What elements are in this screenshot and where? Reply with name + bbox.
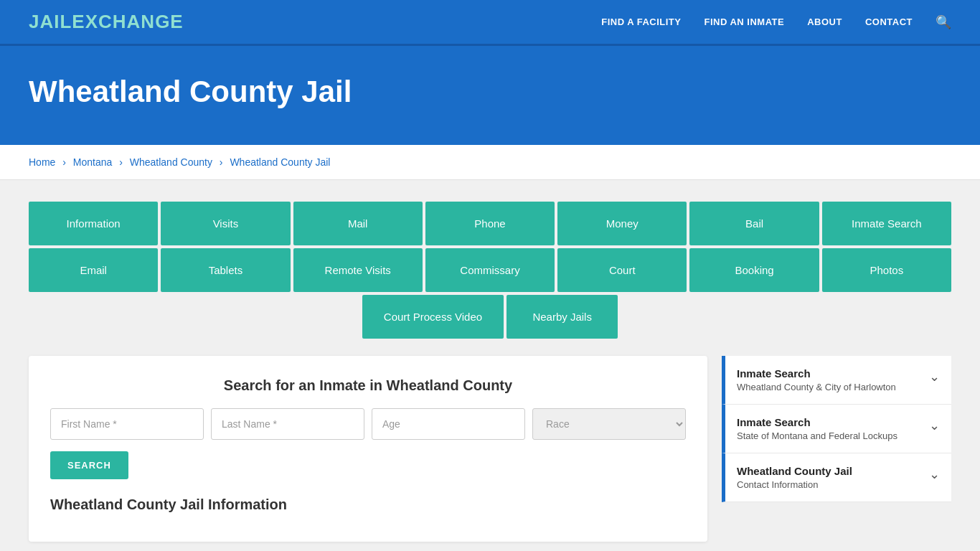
breadcrumb: Home › Montana › Wheatland County › Whea… (0, 145, 980, 180)
search-icon[interactable]: 🔍 (936, 14, 951, 30)
age-input[interactable] (372, 408, 525, 440)
nav-about[interactable]: ABOUT (807, 17, 842, 27)
sidebar-item-1-text: Inmate Search State of Montana and Feder… (737, 416, 897, 441)
sidebar-item-0-title: Inmate Search (737, 367, 896, 380)
btn-phone[interactable]: Phone (425, 202, 555, 245)
race-select[interactable]: Race (532, 408, 686, 440)
chevron-down-icon: ⌄ (929, 418, 940, 433)
breadcrumb-home[interactable]: Home (29, 156, 55, 168)
btn-inmate-search[interactable]: Inmate Search (822, 202, 951, 245)
sidebar: Inmate Search Wheatland County & City of… (722, 356, 951, 542)
chevron-down-icon: ⌄ (929, 466, 940, 482)
first-name-input[interactable] (50, 408, 204, 440)
nav-find-inmate[interactable]: FIND AN INMATE (704, 17, 784, 27)
button-row-1: Information Visits Mail Phone Money Bail… (29, 202, 951, 245)
breadcrumb-wheatland[interactable]: Wheatland County (130, 156, 212, 168)
nav-contact[interactable]: CONTACT (865, 17, 913, 27)
btn-photos[interactable]: Photos (822, 248, 951, 292)
btn-nearby-jails[interactable]: Nearby Jails (507, 295, 618, 339)
chevron-down-icon: ⌄ (929, 369, 940, 385)
sidebar-item-2-sub: Contact Information (737, 479, 852, 490)
last-name-input[interactable] (211, 408, 364, 440)
main-content: Information Visits Mail Phone Money Bail… (0, 180, 980, 551)
sidebar-item-1-title: Inmate Search (737, 416, 897, 428)
sidebar-item-1-sub: State of Montana and Federal Lockups (737, 430, 897, 441)
sidebar-item-2[interactable]: Wheatland County Jail Contact Informatio… (722, 453, 951, 502)
breadcrumb-sep-3: › (220, 156, 226, 168)
sidebar-item-1[interactable]: Inmate Search State of Montana and Feder… (722, 405, 951, 453)
sidebar-item-0-sub: Wheatland County & City of Harlowton (737, 382, 896, 392)
btn-visits[interactable]: Visits (161, 202, 290, 245)
hero-section: Wheatland County Jail (0, 46, 980, 145)
inmate-search-box: Search for an Inmate in Wheatland County… (29, 356, 707, 542)
button-row-3: Court Process Video Nearby Jails (29, 295, 951, 339)
btn-email[interactable]: Email (29, 248, 158, 292)
button-row-2: Email Tablets Remote Visits Commissary C… (29, 248, 951, 292)
btn-court[interactable]: Court (557, 248, 687, 292)
btn-bail[interactable]: Bail (689, 202, 819, 245)
btn-remote-visits[interactable]: Remote Visits (293, 248, 423, 292)
nav-find-facility[interactable]: FIND A FACILITY (601, 17, 681, 27)
site-header: JAILEXCHANGE FIND A FACILITY FIND AN INM… (0, 0, 980, 46)
bottom-heading: Wheatland County Jail Information (50, 496, 686, 513)
sidebar-item-2-title: Wheatland County Jail (737, 465, 852, 477)
breadcrumb-montana[interactable]: Montana (73, 156, 112, 168)
logo-exchange: EXCHANGE (72, 11, 183, 32)
site-logo[interactable]: JAILEXCHANGE (29, 11, 184, 33)
search-fields: Race (50, 408, 686, 440)
search-title: Search for an Inmate in Wheatland County (50, 377, 686, 394)
btn-commissary[interactable]: Commissary (425, 248, 555, 292)
btn-information[interactable]: Information (29, 202, 158, 245)
btn-booking[interactable]: Booking (689, 248, 819, 292)
sidebar-item-0[interactable]: Inmate Search Wheatland County & City of… (722, 356, 951, 405)
page-title: Wheatland County Jail (29, 75, 951, 109)
sidebar-item-2-text: Wheatland County Jail Contact Informatio… (737, 465, 852, 490)
btn-money[interactable]: Money (557, 202, 687, 245)
breadcrumb-sep-1: › (62, 156, 69, 168)
btn-mail[interactable]: Mail (293, 202, 423, 245)
main-nav: FIND A FACILITY FIND AN INMATE ABOUT CON… (601, 14, 951, 30)
breadcrumb-jail[interactable]: Wheatland County Jail (230, 156, 330, 168)
content-area: Search for an Inmate in Wheatland County… (29, 356, 951, 542)
search-button[interactable]: SEARCH (50, 451, 128, 479)
logo-jail: JAIL (29, 11, 72, 32)
breadcrumb-sep-2: › (119, 156, 126, 168)
sidebar-item-0-text: Inmate Search Wheatland County & City of… (737, 367, 896, 392)
btn-court-process-video[interactable]: Court Process Video (362, 295, 504, 339)
btn-tablets[interactable]: Tablets (161, 248, 290, 292)
